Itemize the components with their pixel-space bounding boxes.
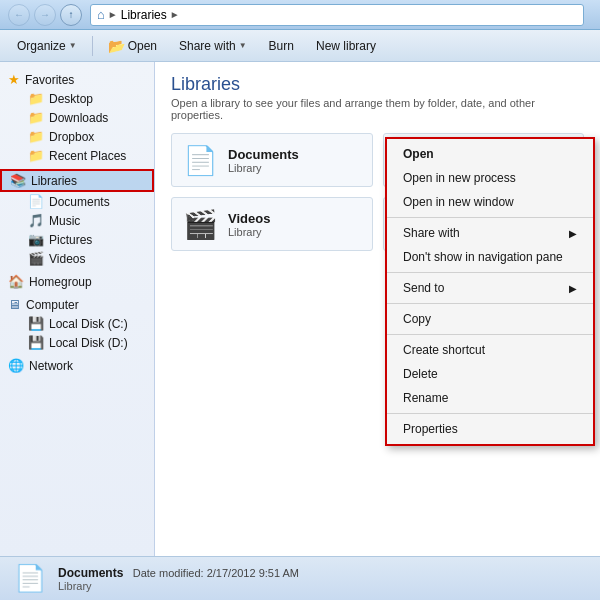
back-button[interactable]: ←: [8, 4, 30, 26]
open-button[interactable]: 📂 Open: [99, 34, 166, 58]
ctx-sep-rename: [387, 413, 593, 414]
folder-icon: 📄: [28, 194, 44, 209]
main-layout: ★ Favorites 📁 Desktop 📁 Downloads 📁 Drop…: [0, 62, 600, 556]
ctx-item-share-with[interactable]: Share with▶: [387, 221, 593, 245]
libraries-label: Libraries: [31, 174, 77, 188]
sidebar-favorites-header[interactable]: ★ Favorites: [0, 70, 154, 89]
network-icon: 🌐: [8, 358, 24, 373]
sidebar-network[interactable]: 🌐 Network: [0, 356, 154, 375]
address-arrow2: ►: [170, 9, 180, 20]
sidebar-computer[interactable]: 🖥 Computer: [0, 295, 154, 314]
address-arrow: ►: [108, 9, 118, 20]
ctx-item-rename[interactable]: Rename: [387, 386, 593, 410]
status-type-text: Library: [58, 580, 299, 592]
sidebar-item-music[interactable]: 🎵 Music: [0, 211, 154, 230]
folder-icon: 📁: [28, 148, 44, 163]
local-c-label: Local Disk (C:): [49, 317, 128, 331]
sidebar-item-desktop[interactable]: 📁 Desktop: [0, 89, 154, 108]
library-item-documents[interactable]: 📄 Documents Library: [171, 133, 373, 187]
homegroup-icon: 🏠: [8, 274, 24, 289]
sidebar-homegroup[interactable]: 🏠 Homegroup: [0, 272, 154, 291]
network-section: 🌐 Network: [0, 356, 154, 375]
favorites-section: ★ Favorites 📁 Desktop 📁 Downloads 📁 Drop…: [0, 70, 154, 165]
network-label: Network: [29, 359, 73, 373]
burn-label: Burn: [269, 39, 294, 53]
star-icon: ★: [8, 72, 20, 87]
ctx-sep-dont-show: [387, 272, 593, 273]
ctx-item-create-shortcut[interactable]: Create shortcut: [387, 338, 593, 362]
sidebar-item-local-c[interactable]: 💾 Local Disk (C:): [0, 314, 154, 333]
nav-buttons: ← → ↑: [8, 4, 82, 26]
documents-lib-info: Documents Library: [228, 147, 364, 174]
sidebar-item-videos[interactable]: 🎬 Videos: [0, 249, 154, 268]
title-bar: ← → ↑ ⌂ ► Libraries ►: [0, 0, 600, 30]
sidebar-item-downloads[interactable]: 📁 Downloads: [0, 108, 154, 127]
ctx-item-properties[interactable]: Properties: [387, 417, 593, 441]
toolbar: Organize ▼ 📂 Open Share with ▼ Burn New …: [0, 30, 600, 62]
organize-label: Organize: [17, 39, 66, 53]
pictures-icon: 📷: [28, 232, 44, 247]
library-icon: 📚: [10, 173, 26, 188]
library-item-videos[interactable]: 🎬 Videos Library: [171, 197, 373, 251]
ctx-item-open[interactable]: Open: [387, 142, 593, 166]
new-library-label: New library: [316, 39, 376, 53]
content-subtitle: Open a library to see your files and arr…: [171, 97, 584, 121]
libraries-section: 📚 Libraries 📄 Documents 🎵 Music 📷 Pictur…: [0, 169, 154, 268]
share-label: Share with: [179, 39, 236, 53]
ctx-item-copy[interactable]: Copy: [387, 307, 593, 331]
status-date-label: Date modified: 2/17/2012 9:51 AM: [133, 567, 299, 579]
sidebar-item-pictures[interactable]: 📷 Pictures: [0, 230, 154, 249]
videos-lib-name: Videos: [228, 211, 364, 226]
favorites-label: Favorites: [25, 73, 74, 87]
address-home-icon: ⌂: [97, 7, 105, 22]
open-icon: 📂: [108, 38, 125, 54]
status-icon: 📄: [12, 561, 48, 597]
up-button[interactable]: ↑: [60, 4, 82, 26]
ctx-arrow-send-to: ▶: [569, 283, 577, 294]
address-bar[interactable]: ⌂ ► Libraries ►: [90, 4, 584, 26]
folder-icon: 📁: [28, 91, 44, 106]
toolbar-sep-1: [92, 36, 93, 56]
ctx-item-delete[interactable]: Delete: [387, 362, 593, 386]
sidebar: ★ Favorites 📁 Desktop 📁 Downloads 📁 Drop…: [0, 62, 155, 556]
sidebar-item-documents[interactable]: 📄 Documents: [0, 192, 154, 211]
ctx-item-open-new-process[interactable]: Open in new process: [387, 166, 593, 190]
ctx-item-send-to[interactable]: Send to▶: [387, 276, 593, 300]
ctx-sep-send-to: [387, 303, 593, 304]
sidebar-item-recent-places[interactable]: 📁 Recent Places: [0, 146, 154, 165]
videos-lib-desc: Library: [228, 226, 364, 238]
homegroup-section: 🏠 Homegroup: [0, 272, 154, 291]
organize-button[interactable]: Organize ▼: [8, 35, 86, 57]
open-label: Open: [128, 39, 157, 53]
status-name-text: Documents: [58, 566, 123, 580]
videos-icon: 🎬: [28, 251, 44, 266]
status-item-name: Documents Date modified: 2/17/2012 9:51 …: [58, 566, 299, 580]
documents-lib-icon: 📄: [180, 140, 220, 180]
pictures-label: Pictures: [49, 233, 92, 247]
ctx-sep-open-new-window: [387, 217, 593, 218]
sidebar-item-dropbox[interactable]: 📁 Dropbox: [0, 127, 154, 146]
share-with-button[interactable]: Share with ▼: [170, 35, 256, 57]
videos-lib-info: Videos Library: [228, 211, 364, 238]
content-area: Libraries Open a library to see your fil…: [155, 62, 600, 556]
forward-button[interactable]: →: [34, 4, 56, 26]
computer-section: 🖥 Computer 💾 Local Disk (C:) 💾 Local Dis…: [0, 295, 154, 352]
sidebar-item-local-d[interactable]: 💾 Local Disk (D:): [0, 333, 154, 352]
recent-places-label: Recent Places: [49, 149, 126, 163]
burn-button[interactable]: Burn: [260, 35, 303, 57]
documents-label: Documents: [49, 195, 110, 209]
ctx-item-dont-show[interactable]: Don't show in navigation pane: [387, 245, 593, 269]
ctx-item-open-new-window[interactable]: Open in new window: [387, 190, 593, 214]
documents-lib-name: Documents: [228, 147, 364, 162]
organize-arrow: ▼: [69, 41, 77, 50]
folder-icon: 📁: [28, 110, 44, 125]
context-menu: OpenOpen in new processOpen in new windo…: [385, 137, 595, 446]
videos-lib-icon: 🎬: [180, 204, 220, 244]
dropbox-label: Dropbox: [49, 130, 94, 144]
address-path: Libraries: [121, 8, 167, 22]
videos-label: Videos: [49, 252, 85, 266]
share-arrow: ▼: [239, 41, 247, 50]
new-library-button[interactable]: New library: [307, 35, 385, 57]
sidebar-libraries-header[interactable]: 📚 Libraries: [0, 169, 154, 192]
computer-label: Computer: [26, 298, 79, 312]
